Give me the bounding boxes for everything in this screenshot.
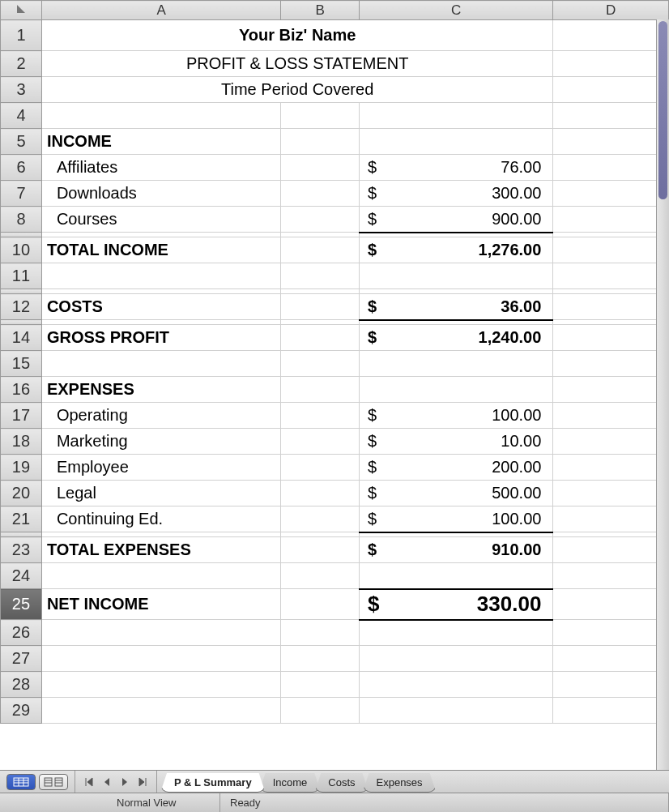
prev-sheet-button[interactable]: [98, 774, 116, 790]
cell[interactable]: [41, 620, 280, 646]
page-layout-view-button[interactable]: [39, 774, 68, 790]
row-header-11[interactable]: 11: [1, 263, 42, 289]
cell[interactable]: [553, 20, 669, 51]
cell[interactable]: [553, 403, 669, 429]
cell[interactable]: [553, 129, 669, 155]
cell[interactable]: [41, 646, 280, 672]
row-header-21[interactable]: 21: [1, 506, 42, 532]
expense-item-name[interactable]: Marketing: [41, 429, 280, 455]
row-header-10[interactable]: 10: [1, 237, 42, 263]
cell[interactable]: [41, 698, 280, 724]
cell[interactable]: [553, 506, 669, 532]
costs-label[interactable]: COSTS: [41, 294, 280, 320]
cell[interactable]: [281, 455, 360, 481]
cell[interactable]: [41, 351, 280, 377]
cell[interactable]: $ 300.00: [360, 181, 553, 207]
cell[interactable]: [553, 429, 669, 455]
income-item-name[interactable]: Courses: [41, 207, 280, 233]
cell[interactable]: [281, 672, 360, 698]
cell[interactable]: [553, 481, 669, 506]
expense-item-name[interactable]: Operating: [41, 403, 280, 429]
cell[interactable]: [360, 646, 553, 672]
cell[interactable]: [281, 377, 360, 403]
sheet-tab-p-l-summary[interactable]: P & L Summary: [160, 773, 266, 793]
expense-item-name[interactable]: Legal: [41, 481, 280, 506]
row-header-1[interactable]: 1: [1, 20, 42, 51]
cell[interactable]: $ 910.00: [360, 537, 553, 563]
cell[interactable]: [281, 563, 360, 589]
net-income-label[interactable]: NET INCOME: [41, 589, 280, 620]
cell[interactable]: [281, 351, 360, 377]
cell[interactable]: [553, 325, 669, 351]
row-header-26[interactable]: 26: [1, 620, 42, 646]
cell[interactable]: [281, 646, 360, 672]
cell[interactable]: [281, 481, 360, 506]
cell[interactable]: [553, 103, 669, 129]
row-header-16[interactable]: 16: [1, 377, 42, 403]
cell[interactable]: [360, 263, 553, 289]
row-header-14[interactable]: 14: [1, 325, 42, 351]
row-header-3[interactable]: 3: [1, 77, 42, 103]
scrollbar-thumb[interactable]: [658, 21, 667, 199]
column-header-row[interactable]: A B C D: [1, 1, 669, 20]
cell[interactable]: [553, 620, 669, 646]
cell[interactable]: [281, 129, 360, 155]
row-header-7[interactable]: 7: [1, 181, 42, 207]
row-header-19[interactable]: 19: [1, 455, 42, 481]
cell[interactable]: $ 1,240.00: [360, 325, 553, 351]
cell[interactable]: [553, 237, 669, 263]
cell[interactable]: [360, 563, 553, 589]
col-header-C[interactable]: C: [360, 1, 553, 20]
cell[interactable]: [281, 506, 360, 532]
col-header-B[interactable]: B: [281, 1, 360, 20]
cell[interactable]: [553, 537, 669, 563]
cell[interactable]: [281, 263, 360, 289]
cell[interactable]: [553, 155, 669, 181]
cell[interactable]: [281, 155, 360, 181]
row-header-23[interactable]: 23: [1, 537, 42, 563]
cell[interactable]: $ 76.00: [360, 155, 553, 181]
cell[interactable]: [360, 377, 553, 403]
row-header-20[interactable]: 20: [1, 481, 42, 506]
cell[interactable]: [41, 672, 280, 698]
first-sheet-button[interactable]: [80, 774, 98, 790]
cell[interactable]: [281, 698, 360, 724]
row-header-28[interactable]: 28: [1, 672, 42, 698]
cell[interactable]: $ 1,276.00: [360, 237, 553, 263]
cell[interactable]: [553, 646, 669, 672]
cell[interactable]: [360, 103, 553, 129]
cell[interactable]: $ 500.00: [360, 481, 553, 506]
cell[interactable]: [360, 672, 553, 698]
cell[interactable]: [553, 181, 669, 207]
cell[interactable]: [281, 294, 360, 320]
cell[interactable]: [281, 403, 360, 429]
total-income-label[interactable]: TOTAL INCOME: [41, 237, 280, 263]
cell[interactable]: $ 100.00: [360, 506, 553, 532]
row-header-24[interactable]: 24: [1, 563, 42, 589]
select-all-corner[interactable]: [1, 1, 42, 20]
cell[interactable]: [281, 620, 360, 646]
row-header-2[interactable]: 2: [1, 51, 42, 77]
expenses-heading[interactable]: EXPENSES: [41, 377, 280, 403]
gross-profit-label[interactable]: GROSS PROFIT: [41, 325, 280, 351]
row-header-4[interactable]: 4: [1, 103, 42, 129]
row-header-17[interactable]: 17: [1, 403, 42, 429]
cell[interactable]: [553, 51, 669, 77]
row-header-5[interactable]: 5: [1, 129, 42, 155]
cell[interactable]: [553, 672, 669, 698]
cell[interactable]: [281, 325, 360, 351]
cell[interactable]: [41, 263, 280, 289]
total-expenses-label[interactable]: TOTAL EXPENSES: [41, 537, 280, 563]
spreadsheet-grid[interactable]: A B C D 1 Your Biz' Name 2 PROFIT & LOSS…: [0, 0, 669, 724]
sheet-tab-costs[interactable]: Costs: [314, 773, 369, 793]
biz-name-title[interactable]: Your Biz' Name: [41, 20, 552, 51]
cell[interactable]: [360, 698, 553, 724]
cell[interactable]: $ 36.00: [360, 294, 553, 320]
last-sheet-button[interactable]: [134, 774, 151, 790]
cell[interactable]: [553, 455, 669, 481]
income-item-name[interactable]: Affiliates: [41, 155, 280, 181]
income-item-name[interactable]: Downloads: [41, 181, 280, 207]
expense-item-name[interactable]: Continuing Ed.: [41, 506, 280, 532]
income-heading[interactable]: INCOME: [41, 129, 280, 155]
cell[interactable]: [360, 620, 553, 646]
